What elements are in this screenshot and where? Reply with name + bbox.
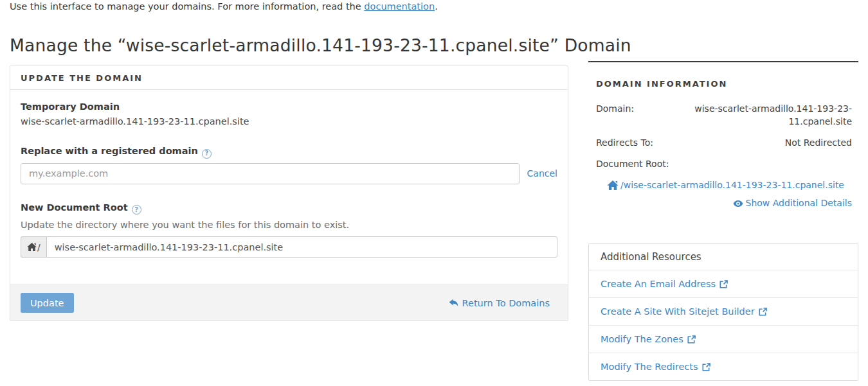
docroot-row-label: Document Root:	[588, 157, 858, 170]
docroot-prefix-addon: /	[21, 236, 46, 258]
right-sidebar: DOMAIN INFORMATION Domain: wise-scarlet-…	[588, 61, 858, 381]
redirects-row: Redirects To: Not Redirected	[588, 136, 858, 149]
list-item: Create A Site With Sitejet Builder	[589, 297, 858, 325]
cancel-link[interactable]: Cancel	[527, 168, 557, 179]
replace-domain-input[interactable]	[21, 163, 520, 184]
external-link-icon	[687, 335, 696, 344]
update-panel-footer: Update Return To Domains	[10, 285, 568, 320]
help-icon[interactable]: ?	[132, 205, 141, 215]
new-docroot-group: New Document Root? Update the directory …	[21, 201, 557, 258]
intro-text-before: Use this interface to manage your domain…	[10, 1, 364, 12]
domain-row: Domain: wise-scarlet-armadillo.141-193-2…	[588, 102, 858, 128]
page-title: Manage the “wise-scarlet-armadillo.141-1…	[10, 35, 858, 55]
temporary-domain-group: Temporary Domain wise-scarlet-armadillo.…	[21, 100, 557, 128]
intro-text-after: .	[435, 1, 438, 12]
modify-redirects-link[interactable]: Modify The Redirects	[601, 362, 710, 372]
domain-information-panel: DOMAIN INFORMATION Domain: wise-scarlet-…	[588, 61, 858, 209]
replace-domain-label: Replace with a registered domain?	[21, 145, 557, 159]
domain-row-value: wise-scarlet-armadillo.141-193-23-11.cpa…	[634, 102, 852, 128]
additional-resources-header: Additional Resources	[589, 244, 858, 270]
list-item: Modify The Redirects	[589, 353, 858, 380]
temporary-domain-label: Temporary Domain	[21, 100, 557, 113]
external-link-icon	[719, 280, 728, 288]
help-icon[interactable]: ?	[202, 149, 212, 159]
home-icon	[27, 243, 37, 251]
update-panel-header: UPDATE THE DOMAIN	[10, 66, 568, 90]
domain-row-label: Domain:	[596, 102, 634, 128]
eye-icon	[733, 200, 743, 207]
show-additional-details-link[interactable]: Show Additional Details	[733, 198, 853, 208]
docroot-prefix-slash: /	[37, 242, 41, 252]
home-icon	[607, 180, 619, 190]
create-sitejet-site-link[interactable]: Create A Site With Sitejet Builder	[601, 306, 767, 317]
list-item: Create An Email Address	[589, 270, 858, 297]
replace-domain-group: Replace with a registered domain? Cancel	[21, 145, 557, 184]
domain-info-header: DOMAIN INFORMATION	[596, 79, 851, 89]
documentation-link[interactable]: documentation	[364, 1, 435, 12]
redirects-row-value: Not Redirected	[785, 136, 852, 149]
redirects-row-label: Redirects To:	[596, 136, 653, 149]
update-button[interactable]: Update	[21, 293, 74, 313]
update-domain-panel: UPDATE THE DOMAIN Temporary Domain wise-…	[10, 66, 568, 321]
intro-text: Use this interface to manage your domain…	[0, 0, 868, 12]
return-to-domains-link[interactable]: Return To Domains	[449, 298, 550, 308]
new-docroot-description: Update the directory where you want the …	[21, 218, 557, 231]
docroot-input[interactable]	[46, 236, 557, 258]
reply-arrow-icon	[449, 299, 458, 307]
external-link-icon	[702, 363, 710, 371]
new-docroot-label: New Document Root?	[21, 201, 557, 215]
external-link-icon	[759, 308, 767, 316]
main-content: UPDATE THE DOMAIN Temporary Domain wise-…	[0, 61, 868, 381]
list-item: Modify The Zones	[589, 325, 858, 353]
docroot-link[interactable]: /wise-scarlet-armadillo.141-193-23-11.cp…	[607, 180, 844, 190]
modify-zones-link[interactable]: Modify The Zones	[601, 334, 696, 344]
additional-resources-panel: Additional Resources Create An Email Add…	[588, 243, 858, 381]
temporary-domain-value: wise-scarlet-armadillo.141-193-23-11.cpa…	[21, 115, 557, 128]
create-email-link[interactable]: Create An Email Address	[601, 279, 728, 289]
